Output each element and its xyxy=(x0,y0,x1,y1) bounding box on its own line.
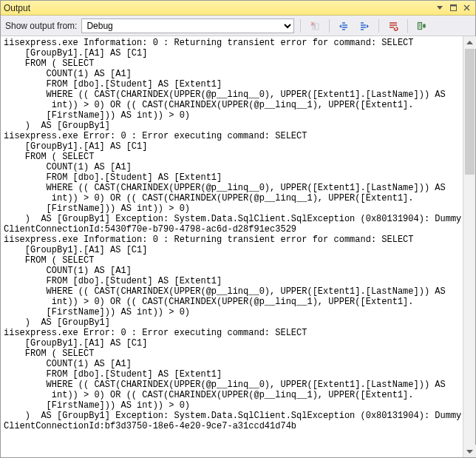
output-text[interactable]: iisexpress.exe Information: 0 : Returnin… xyxy=(1,36,463,457)
toolbar-separator xyxy=(329,19,330,33)
window-menu-button[interactable] xyxy=(434,3,446,13)
output-options-button[interactable] xyxy=(414,18,430,34)
indent-left-button[interactable] xyxy=(336,18,352,34)
toolbar-separator xyxy=(407,19,408,33)
output-source-select[interactable]: Debug xyxy=(81,18,294,33)
svg-rect-1 xyxy=(450,5,456,7)
title-bar: Output xyxy=(1,1,475,16)
show-output-from-label: Show output from: xyxy=(5,21,77,31)
close-button[interactable] xyxy=(460,3,472,13)
clear-all-button xyxy=(307,18,323,34)
indent-right-button[interactable] xyxy=(356,18,373,34)
scroll-up-button[interactable] xyxy=(463,36,476,49)
window-controls xyxy=(434,3,472,13)
toolbar-separator xyxy=(378,19,379,33)
vertical-scrollbar[interactable] xyxy=(463,36,475,457)
toolbar: Show output from: Debug xyxy=(1,16,475,36)
panel-title: Output xyxy=(4,3,434,13)
content-area: iisexpress.exe Information: 0 : Returnin… xyxy=(1,36,475,457)
maximize-button[interactable] xyxy=(447,3,459,13)
scrollbar-thumb[interactable] xyxy=(465,49,475,175)
toggle-word-wrap-button[interactable] xyxy=(385,18,401,34)
output-panel: Output Show output from: Debug xyxy=(0,0,476,458)
toolbar-separator xyxy=(300,19,301,33)
scroll-down-button[interactable] xyxy=(463,445,476,457)
